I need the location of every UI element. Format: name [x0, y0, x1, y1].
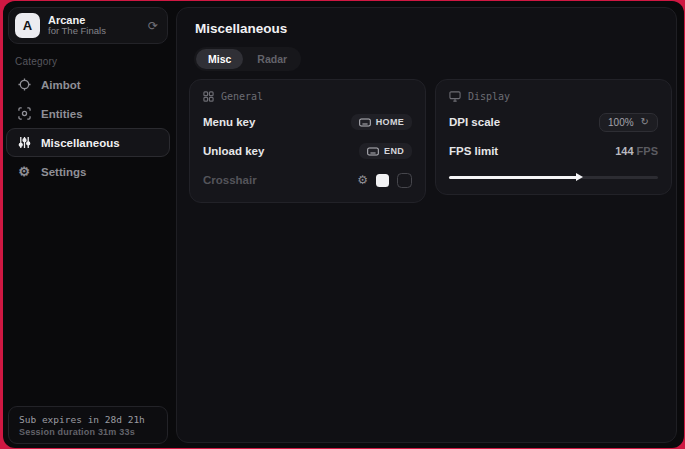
- menu-key-row: Menu key HOME: [203, 113, 412, 131]
- sync-icon[interactable]: ⟳: [148, 19, 158, 33]
- sidebar-item-label: Aimbot: [41, 79, 81, 91]
- subscription-info: Sub expires in 28d 21h Session duration …: [8, 406, 168, 444]
- dpi-scale-value: 100%: [608, 117, 634, 128]
- app-subtitle: for The Finals: [48, 26, 106, 37]
- sliders-icon: [17, 136, 31, 150]
- general-card-header: General: [203, 91, 412, 102]
- sidebar-item-miscellaneous[interactable]: Miscellaneous: [6, 128, 170, 157]
- tab-bar: Misc Radar: [194, 47, 301, 71]
- fps-limit-slider[interactable]: [449, 173, 658, 181]
- menu-key-value: HOME: [376, 117, 404, 127]
- sidebar-item-label: Entities: [41, 108, 83, 120]
- app-header: A Arcane for The Finals ⟳: [8, 7, 168, 44]
- main-panel: Miscellaneous Misc Radar General Menu ke…: [176, 7, 677, 443]
- fps-unit: FPS: [637, 145, 658, 157]
- tab-misc[interactable]: Misc: [196, 49, 243, 69]
- crosshair-row: Crosshair ⚙: [203, 171, 412, 189]
- cycle-icon: ↻: [641, 117, 649, 127]
- app-window: A Arcane for The Finals ⟳ Category Aimbo…: [3, 1, 684, 448]
- crosshair-checkbox[interactable]: [397, 173, 412, 188]
- sidebar-item-label: Miscellaneous: [41, 137, 120, 149]
- fps-limit-value: 144 FPS: [615, 145, 658, 157]
- crosshair-settings-gear-icon[interactable]: ⚙: [357, 174, 368, 186]
- gear-icon: ⚙: [17, 165, 31, 179]
- fps-limit-row: FPS limit 144 FPS: [449, 142, 658, 160]
- keyboard-icon: [359, 118, 371, 127]
- monitor-icon: [449, 91, 461, 102]
- crosshair-label: Crosshair: [203, 174, 257, 186]
- fps-slider-thumb[interactable]: [576, 173, 583, 181]
- session-duration-text: Session duration 31m 33s: [19, 427, 157, 437]
- sidebar: A Arcane for The Finals ⟳ Category Aimbo…: [3, 1, 175, 448]
- crosshair-color-swatch[interactable]: [376, 174, 389, 187]
- unload-key-value: END: [384, 146, 404, 156]
- app-logo: A: [15, 13, 40, 38]
- crosshair-icon: [17, 78, 31, 92]
- cards-row: General Menu key HOME Unload key: [189, 79, 672, 203]
- sub-expiry-text: Sub expires in 28d 21h: [19, 414, 157, 425]
- tab-radar[interactable]: Radar: [245, 49, 299, 69]
- page-title: Miscellaneous: [195, 21, 287, 36]
- general-card: General Menu key HOME Unload key: [189, 79, 426, 203]
- unload-key-label: Unload key: [203, 145, 264, 157]
- grid-icon: [203, 91, 214, 102]
- display-card: Display DPI scale 100% ↻ FPS limit 144 F…: [435, 79, 672, 195]
- fps-limit-label: FPS limit: [449, 145, 498, 157]
- unload-key-row: Unload key END: [203, 142, 412, 160]
- unload-key-button[interactable]: END: [359, 143, 412, 159]
- entity-scan-icon: [17, 107, 31, 121]
- menu-key-button[interactable]: HOME: [351, 114, 412, 130]
- sidebar-item-entities[interactable]: Entities: [6, 99, 170, 128]
- sidebar-item-settings[interactable]: ⚙ Settings: [6, 157, 170, 186]
- sidebar-item-aimbot[interactable]: Aimbot: [6, 70, 170, 99]
- keyboard-icon: [367, 147, 379, 156]
- sidebar-nav: Aimbot Entities Miscellaneous: [6, 70, 170, 186]
- general-card-title: General: [221, 91, 263, 102]
- fps-slider-fill: [449, 176, 579, 179]
- dpi-scale-row: DPI scale 100% ↻: [449, 113, 658, 131]
- display-card-header: Display: [449, 91, 658, 102]
- menu-key-label: Menu key: [203, 116, 255, 128]
- category-label: Category: [15, 56, 57, 67]
- sidebar-item-label: Settings: [41, 166, 86, 178]
- dpi-scale-selector[interactable]: 100% ↻: [599, 113, 658, 132]
- dpi-scale-label: DPI scale: [449, 116, 500, 128]
- display-card-title: Display: [468, 91, 510, 102]
